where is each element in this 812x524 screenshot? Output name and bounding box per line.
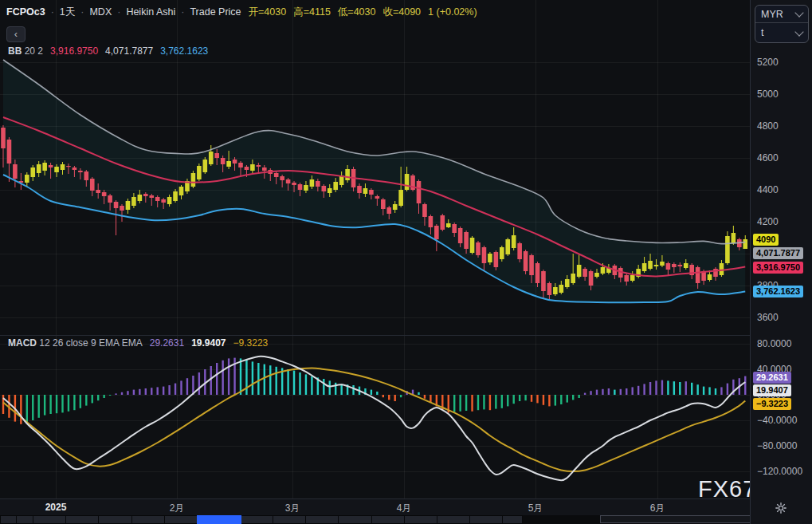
candle-body [417, 181, 422, 203]
histogram-bar [115, 393, 116, 395]
candle-body [226, 161, 231, 167]
histogram-bar [519, 395, 520, 401]
candle-body [155, 197, 160, 201]
candle-body [333, 182, 338, 190]
candle-body [245, 167, 249, 170]
histogram-bar [97, 395, 99, 400]
bb-title: BB [8, 45, 22, 57]
unit-dropdown[interactable]: t [755, 24, 808, 41]
strip-segment[interactable] [469, 515, 503, 524]
back-button[interactable]: ‹ [6, 26, 25, 42]
histogram-bar [198, 372, 200, 395]
candle-body [138, 195, 143, 201]
strip-segment[interactable] [404, 515, 437, 524]
histogram-bar [507, 395, 508, 406]
unit-selector-box: MYR t [755, 5, 809, 43]
histogram-bar [299, 372, 300, 395]
symbol-header[interactable]: FCPOc3 · 1天 · MDX · Heikin Ashi · Trade … [6, 5, 477, 19]
bb-indicator-legend[interactable]: BB 20 2 3,916.9750 4,071.7877 3,762.1623 [8, 45, 208, 57]
histogram-bar [584, 393, 586, 395]
chart-area[interactable]: FCPOc3 · 1天 · MDX · Heikin Ashi · Trade … [0, 0, 750, 524]
histogram-bar [465, 395, 467, 411]
strip-segment[interactable] [16, 515, 33, 524]
strip-segment[interactable] [437, 515, 470, 524]
histogram-bar [168, 385, 170, 395]
candle-body [73, 167, 77, 170]
candle-body [672, 264, 677, 267]
pane-scrollbar-strip[interactable] [0, 515, 812, 524]
currency-dropdown[interactable]: MYR [755, 6, 808, 23]
candle-body [66, 166, 71, 167]
settings-gear-button[interactable] [774, 502, 788, 514]
price-chart-canvas[interactable] [0, 0, 750, 498]
strip-segment[interactable] [0, 515, 17, 524]
macd-signal-value: −9.3223 [233, 337, 269, 349]
histogram-bar [145, 388, 147, 395]
candle-body [1, 128, 6, 148]
candle-body [7, 140, 12, 164]
histogram-bar [61, 395, 63, 412]
histogram-bar [418, 392, 419, 395]
time-axis[interactable]: 20252月3月4月5月6月 [0, 498, 812, 515]
candle-body [696, 267, 700, 283]
histogram-bar [578, 395, 579, 398]
scrollbar-handle[interactable] [197, 515, 241, 524]
histogram-bar [691, 383, 692, 395]
histogram-bar [371, 390, 372, 395]
price-axis-pane[interactable]: MYR t 5200500048004600440042004000380036… [750, 0, 812, 524]
candle-body [173, 191, 178, 201]
macd-title: MACD [8, 337, 37, 349]
price-badge: 3,762.1623 [753, 286, 803, 297]
histogram-bar [127, 391, 128, 395]
candle-body [345, 169, 350, 180]
histogram-bar [667, 380, 669, 395]
strip-segment[interactable] [502, 515, 523, 524]
candle-body [143, 194, 148, 196]
strip-segment[interactable] [65, 515, 99, 524]
candle-body [464, 232, 469, 249]
macd-tick-label: −40.0000 [757, 415, 797, 426]
histogram-bar [548, 395, 550, 406]
candle-body [96, 190, 100, 193]
candle-body [386, 207, 391, 214]
histogram-bar [720, 387, 722, 395]
candle-body [547, 283, 552, 295]
strip-segment[interactable] [33, 515, 66, 524]
histogram-bar [524, 395, 526, 400]
strip-segment[interactable] [273, 515, 306, 524]
candle-body [131, 197, 136, 206]
histogram-bar [151, 388, 152, 395]
candle-body [250, 164, 255, 171]
candle-body [725, 236, 730, 263]
histogram-bar [85, 395, 87, 406]
histogram-bar [614, 390, 615, 395]
candle-body [126, 201, 131, 210]
candle-body [78, 171, 83, 172]
histogram-bar [727, 384, 728, 395]
strip-segment[interactable] [305, 515, 339, 524]
candle-body [54, 167, 59, 172]
macd-tick-label: −120.0000 [757, 466, 802, 477]
histogram-bar [323, 379, 324, 395]
candle-body [594, 273, 599, 277]
candle-body [630, 275, 635, 281]
price-badge: 19.9407 [753, 384, 791, 396]
strip-segment[interactable] [371, 515, 405, 524]
candle-body [452, 224, 457, 233]
strip-segment[interactable] [338, 515, 372, 524]
strip-segment[interactable] [98, 515, 132, 524]
histogram-bar [276, 367, 277, 395]
candle-body [37, 164, 41, 173]
histogram-bar [567, 395, 568, 403]
macd-indicator-legend[interactable]: MACD 12 26 close 9 EMA EMA 29.2631 19.94… [8, 337, 268, 349]
candle-body [42, 163, 47, 171]
strip-segment[interactable] [164, 515, 198, 524]
histogram-bar [703, 387, 704, 395]
candle-body [61, 164, 65, 170]
strip-segment[interactable] [240, 515, 273, 524]
candle-body [102, 192, 107, 196]
histogram-bar [744, 376, 746, 395]
strip-segment[interactable] [131, 515, 165, 524]
candle-body [500, 247, 504, 259]
price-tick-label: 5000 [757, 89, 779, 100]
